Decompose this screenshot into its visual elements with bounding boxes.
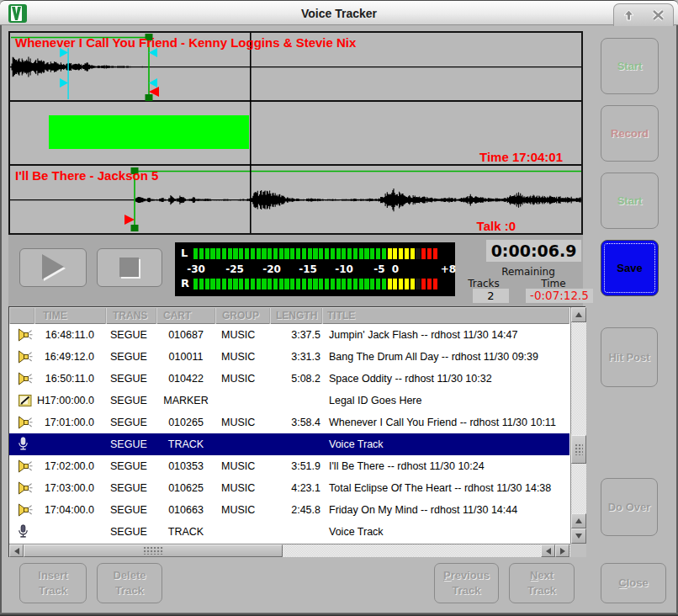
cell-time: 16:48:11.0 <box>34 324 106 346</box>
waveform-editor[interactable]: Whenever I Call You Friend - Kenny Loggi… <box>8 31 583 235</box>
cell-length: 4:23.1 <box>270 477 322 499</box>
meter-left-label: L <box>181 247 188 259</box>
log-row[interactable]: 17:04:00.0SEGUE010663MUSIC2:45.8Friday O… <box>9 499 569 521</box>
titlebar[interactable]: Voice Tracker <box>0 0 678 25</box>
vertical-scrollbar[interactable] <box>570 307 586 544</box>
log-row[interactable]: 17:03:00.0SEGUE010625MUSIC4:23.1Total Ec… <box>9 477 569 499</box>
log-row[interactable]: 17:02:00.0SEGUE010353MUSIC3:51.9I'll Be … <box>9 455 569 477</box>
meter-segment <box>222 248 226 259</box>
horizontal-scrollbar[interactable] <box>9 544 570 557</box>
delete-track-button[interactable]: DeleteTrack <box>97 563 162 603</box>
window-title: Voice Tracker <box>0 1 678 26</box>
scroll-down-button[interactable] <box>571 528 586 544</box>
save-button[interactable]: Save <box>601 240 659 296</box>
cell-cart: 010353 <box>156 455 215 477</box>
column-header-cart[interactable]: CART <box>156 308 215 324</box>
meter-segment <box>302 248 306 259</box>
meter-segment <box>399 279 403 289</box>
cell-trans: SEGUE <box>106 477 156 499</box>
insert-track-button[interactable]: InsertTrack <box>19 563 87 603</box>
cell-title: Voice Track <box>327 521 569 543</box>
talk-time-label: Talk :0 <box>477 219 516 233</box>
meter-segment <box>399 248 403 259</box>
column-header-group[interactable]: GROUP <box>215 308 270 324</box>
log-row[interactable]: 17:01:00.0SEGUE010265MUSIC3:58.4Whenever… <box>9 412 569 433</box>
speaker-icon <box>18 349 34 364</box>
speaker-icon <box>18 327 34 343</box>
start-button-2[interactable]: Start <box>601 173 659 229</box>
play-button[interactable] <box>19 248 87 287</box>
meter-segment <box>296 279 300 289</box>
previous-track-button[interactable]: PreviousTrack <box>434 563 499 603</box>
close-button[interactable]: Close <box>601 563 666 603</box>
column-header-trans[interactable]: TRANS <box>106 308 156 324</box>
do-over-button[interactable]: Do Over <box>601 478 658 536</box>
next-track-button[interactable]: NextTrack <box>509 563 575 603</box>
cell-title: Friday On My Mind -- rdhost 11/30 14:44 <box>327 499 569 521</box>
cell-group: MUSIC <box>215 368 270 390</box>
log-row[interactable]: 16:49:12.0SEGUE010011MUSIC3:31.3Bang The… <box>9 346 569 368</box>
speaker-icon <box>18 481 34 496</box>
meter-segment <box>353 248 358 259</box>
close-button[interactable] <box>652 9 665 21</box>
meter-segment <box>239 248 243 259</box>
meter-segment <box>359 279 363 289</box>
meter-segment <box>416 279 420 289</box>
horizontal-scroll-thumb[interactable] <box>24 544 283 557</box>
waveform-display[interactable] <box>10 33 581 233</box>
column-header-icon[interactable] <box>9 308 34 324</box>
log-row[interactable]: 16:48:11.0SEGUE010687MUSIC3:37.5Jumpin' … <box>9 324 569 346</box>
remaining-label: Remaining <box>488 266 569 278</box>
meter-segment <box>205 279 209 289</box>
speaker-icon <box>18 371 34 386</box>
cell-time: 17:02:00.0 <box>34 455 106 477</box>
vertical-scroll-thumb[interactable] <box>571 435 586 464</box>
meter-segment <box>313 248 317 259</box>
cell-title: Voice Track <box>327 433 569 455</box>
record-button[interactable]: Record <box>601 105 659 162</box>
meter-segment <box>370 279 374 289</box>
scroll-left-button-2[interactable] <box>541 544 555 557</box>
record-region[interactable] <box>49 115 249 149</box>
log-row[interactable]: H17:00:00.0SEGUEMARKERLegal ID Goes Here <box>9 390 569 412</box>
column-header-length[interactable]: LENGTH <box>270 308 322 324</box>
play-icon <box>38 252 68 283</box>
hit-post-button[interactable]: Hit Post <box>601 327 658 387</box>
meter-segment <box>405 279 409 289</box>
log-row-selected[interactable]: SEGUETRACKVoice Track <box>9 433 569 455</box>
shade-button[interactable] <box>622 9 635 21</box>
stop-button[interactable] <box>97 248 162 287</box>
cell-time: 17:01:00.0 <box>34 412 106 433</box>
log-row[interactable]: 16:50:11.0SEGUE010422MUSIC5:08.2Space Od… <box>9 368 569 390</box>
meter-segment <box>393 248 397 259</box>
titlebar-buttons <box>613 3 674 26</box>
meter-segment <box>284 248 289 259</box>
scroll-up-button[interactable] <box>571 307 586 322</box>
meter-segment <box>199 279 204 289</box>
meter-segment <box>239 279 243 289</box>
cell-title: Space Oddity -- rdhost 11/30 10:32 <box>327 368 569 390</box>
cell-title: Legal ID Goes Here <box>327 390 569 412</box>
meter-segment <box>216 248 220 259</box>
scroll-right-button[interactable] <box>555 544 569 557</box>
track3-start-marker[interactable] <box>124 215 135 225</box>
wall-clock-label: Time 17:04:01 <box>479 150 563 164</box>
cell-trans: SEGUE <box>106 455 156 477</box>
cell-cart: 010011 <box>156 346 215 368</box>
column-header-title[interactable]: TITLE <box>322 308 569 324</box>
log-row[interactable]: SEGUETRACKVoice Track <box>9 521 569 543</box>
remaining-tracks-label: Tracks <box>463 278 505 289</box>
cell-group <box>215 390 270 412</box>
meter-segment <box>296 248 300 259</box>
cell-trans: SEGUE <box>106 412 156 433</box>
scroll-left-button[interactable] <box>9 544 24 557</box>
meter-segment <box>331 279 335 289</box>
meter-segment <box>388 279 392 289</box>
column-header-time[interactable]: TIME <box>34 308 106 324</box>
meter-segment <box>210 279 215 289</box>
scroll-up-button-2[interactable] <box>571 513 586 528</box>
meter-segment <box>273 279 278 289</box>
start-button-1[interactable]: Start <box>601 38 659 94</box>
cell-trans: SEGUE <box>106 433 156 455</box>
window-frame-left <box>0 25 2 616</box>
